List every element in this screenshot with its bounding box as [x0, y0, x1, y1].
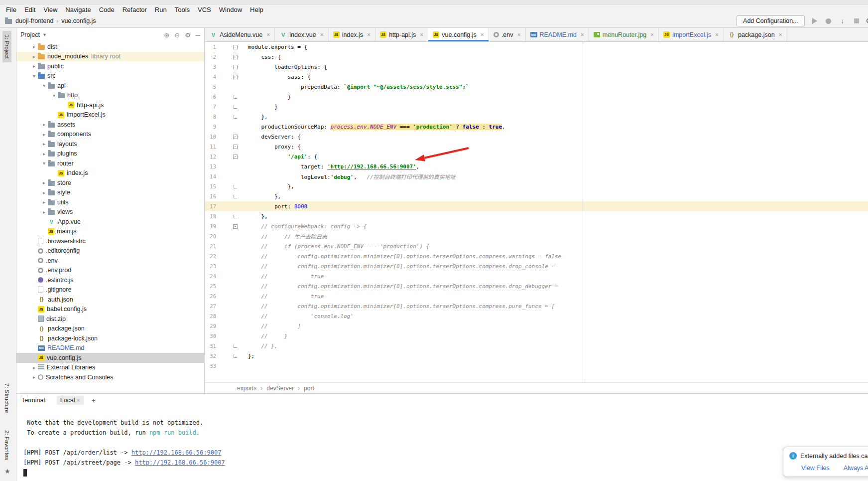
tree-item-External Libraries[interactable]: ▸External Libraries	[16, 363, 204, 373]
fold-icon[interactable]: -	[233, 75, 238, 79]
menu-item-help[interactable]: Help	[246, 5, 267, 14]
chevron-right-icon[interactable]: ▸	[40, 151, 48, 157]
close-icon[interactable]: ×	[779, 31, 782, 38]
tab-index.js[interactable]: JSindex.js×	[329, 28, 375, 41]
close-icon[interactable]: ×	[481, 31, 484, 38]
menu-item-view[interactable]: View	[39, 5, 61, 14]
code-line[interactable]: 7 }	[205, 102, 868, 112]
tree-item-components[interactable]: ▸components	[16, 130, 204, 140]
tool-button-project[interactable]: 1: Project	[2, 31, 11, 62]
code-line[interactable]: 17 port: 8008	[205, 201, 868, 211]
new-terminal-tab-icon[interactable]: +	[92, 396, 96, 404]
terminal-tab-local[interactable]: Local ×	[57, 396, 84, 405]
debug-icon[interactable]	[825, 17, 833, 25]
update-project-icon[interactable]: ↓	[839, 17, 847, 25]
menu-item-refactor[interactable]: Refactor	[119, 5, 151, 14]
fold-icon[interactable]: -	[233, 135, 238, 139]
collapse-all-icon[interactable]: ⊖	[174, 31, 180, 39]
chevron-right-icon[interactable]: ▸	[40, 122, 48, 127]
tree-item-style[interactable]: ▸style	[16, 188, 204, 198]
tree-item-.browserslistrc[interactable]: .browserslistrc	[16, 236, 204, 246]
menu-item-tools[interactable]: Tools	[171, 5, 194, 14]
tree-item-main.js[interactable]: JSmain.js	[16, 227, 204, 237]
fold-icon[interactable]: -	[233, 65, 238, 69]
view-files-link[interactable]: View Files	[801, 465, 830, 472]
tab-README.md[interactable]: MDREADME.md×	[526, 28, 589, 41]
tab-AsideMenu.vue[interactable]: VAsideMenu.vue×	[205, 28, 275, 41]
code-line[interactable]: 13 target: 'http://192.168.66.56:9007',	[205, 161, 868, 171]
tree-item-auth.json[interactable]: {}auth.json	[16, 295, 204, 305]
close-icon[interactable]: ×	[266, 31, 270, 38]
add-configuration-button[interactable]: Add Configuration...	[737, 15, 805, 26]
tree-item-api[interactable]: ▾api	[16, 81, 204, 91]
code-hyperlink[interactable]: 'http://192.168.66.56:9007'	[327, 163, 416, 170]
code-line[interactable]: 15 },	[205, 181, 868, 191]
tool-button-structure[interactable]: 7: Structure	[2, 380, 11, 416]
tree-item-plugins[interactable]: ▸plugins	[16, 149, 204, 159]
breadcrumb-devServer[interactable]: devServer	[266, 385, 294, 392]
breadcrumb-project[interactable]: duoji-frontend	[15, 17, 53, 24]
tree-item-package-lock.json[interactable]: {}package-lock.json	[16, 333, 204, 343]
chevron-right-icon[interactable]: ▸	[30, 374, 38, 380]
fold-icon[interactable]	[234, 115, 237, 119]
breadcrumb-port[interactable]: port	[304, 385, 314, 392]
code-editor[interactable]: 1-module.exports = {2- css: {3- loaderOp…	[205, 42, 868, 382]
tab-vue.config.js[interactable]: JSvue.config.js×	[428, 28, 489, 41]
code-line[interactable]: 14 logLevel:'debug', //控制台终端打印代理前的真实地址	[205, 171, 868, 181]
code-line[interactable]: 11- proxy: {	[205, 142, 868, 152]
code-line[interactable]: 12- '/api': {	[205, 152, 868, 161]
tree-item-vue.config.js[interactable]: JSvue.config.js	[16, 353, 204, 363]
fold-icon[interactable]: -	[233, 145, 238, 149]
close-icon[interactable]: ×	[367, 31, 371, 38]
menu-item-window[interactable]: Window	[215, 5, 246, 14]
close-icon[interactable]: ×	[320, 31, 324, 38]
tree-item-dist[interactable]: ▸dist	[16, 42, 204, 52]
tree-item-views[interactable]: ▸views	[16, 207, 204, 217]
tab-index.vue[interactable]: Vindex.vue×	[275, 28, 329, 41]
tree-item-.eslintrc.js[interactable]: .eslintrc.js	[16, 275, 204, 285]
tree-item-Scratches and Consoles[interactable]: ▸Scratches and Consoles	[16, 372, 204, 382]
code-line[interactable]: 3- loaderOptions: {	[205, 62, 868, 72]
chevron-down-icon[interactable]: ▾	[50, 93, 58, 98]
tree-item-assets[interactable]: ▸assets	[16, 120, 204, 130]
code-line[interactable]: 29 // ]	[205, 321, 868, 331]
fold-icon[interactable]	[234, 344, 237, 348]
code-line[interactable]: 16 },	[205, 191, 868, 201]
menu-item-run[interactable]: Run	[151, 5, 171, 14]
close-icon[interactable]: ×	[77, 397, 80, 403]
code-line[interactable]: 2- css: {	[205, 52, 868, 62]
code-line[interactable]: 22 // config.optimization.minimizer[0].o…	[205, 251, 868, 261]
code-line[interactable]: 20 // // 生产去除日志	[205, 231, 868, 241]
settings-icon[interactable]: ⚙	[185, 31, 191, 39]
tree-item-babel.config.js[interactable]: JSbabel.config.js	[16, 305, 204, 315]
chevron-right-icon[interactable]: ▸	[30, 365, 38, 370]
code-line[interactable]: 6 }	[205, 92, 868, 102]
tree-item-dist.zip[interactable]: dist.zip	[16, 314, 204, 324]
code-line[interactable]: 30 // }	[205, 331, 868, 341]
code-line[interactable]: 21 // if (process.env.NODE_ENV === 'prod…	[205, 241, 868, 251]
tree-item-http[interactable]: ▾http	[16, 91, 204, 101]
chevron-down-icon[interactable]: ▾	[40, 83, 48, 88]
menu-item-file[interactable]: File	[2, 5, 20, 14]
code-line[interactable]: 18 },	[205, 211, 868, 221]
chevron-right-icon[interactable]: ▸	[30, 54, 38, 59]
close-icon[interactable]: ×	[581, 31, 584, 38]
tree-item-router[interactable]: ▾router	[16, 159, 204, 168]
tree-item-layouts[interactable]: ▸layouts	[16, 139, 204, 149]
code-line[interactable]: 8 },	[205, 112, 868, 122]
tree-item-store[interactable]: ▸store	[16, 178, 204, 188]
tree-item-.gitignore[interactable]: .gitignore	[16, 285, 204, 295]
menu-item-navigate[interactable]: Navigate	[61, 5, 95, 14]
code-line[interactable]: 4- sass: {	[205, 72, 868, 82]
code-line[interactable]: 33	[205, 361, 868, 371]
fold-icon[interactable]	[234, 215, 237, 218]
fold-icon[interactable]: -	[233, 155, 238, 159]
fold-icon[interactable]: -	[233, 45, 238, 49]
chevron-right-icon[interactable]: ▸	[30, 44, 38, 49]
code-line[interactable]: 24 // true	[205, 271, 868, 281]
tree-item-src[interactable]: ▾src	[16, 71, 204, 81]
chevron-right-icon[interactable]: ▸	[40, 199, 48, 205]
breadcrumb-file[interactable]: vue.config.js	[61, 17, 96, 24]
tree-item-node_modules[interactable]: ▸node_moduleslibrary root	[16, 52, 204, 62]
fold-icon[interactable]	[234, 95, 237, 99]
